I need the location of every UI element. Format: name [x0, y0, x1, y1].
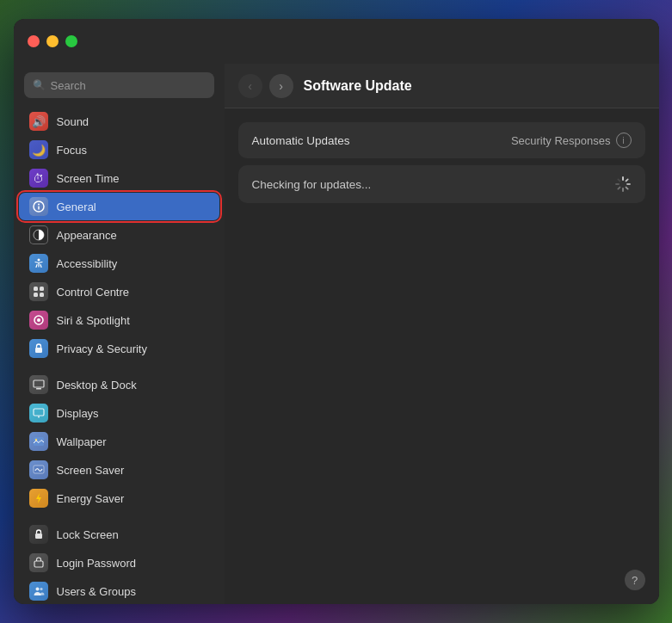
- main-header: ‹ › Software Update: [225, 64, 659, 108]
- sidebar-item-screen-saver[interactable]: Screen Saver: [19, 456, 219, 484]
- sidebar-label-sound: Sound: [57, 115, 89, 128]
- sidebar-item-siri[interactable]: Siri & Spotlight: [19, 306, 219, 334]
- sidebar: 🔍 Search 🔊 Sound 🌙 Focus ⏱ Scre: [14, 64, 225, 604]
- svg-rect-8: [40, 293, 44, 297]
- svg-point-22: [40, 588, 42, 590]
- sidebar-item-general[interactable]: General: [19, 193, 219, 220]
- sidebar-label-screentime: Screen Time: [57, 172, 120, 185]
- svg-line-26: [626, 188, 627, 189]
- traffic-lights: [28, 35, 77, 47]
- svg-rect-14: [34, 409, 44, 416]
- automatic-updates-section: Automatic Updates Security Responses i: [238, 122, 645, 158]
- sidebar-label-desktop-dock: Desktop & Dock: [57, 379, 137, 392]
- sidebar-item-login-password[interactable]: Login Password: [19, 549, 219, 577]
- svg-rect-11: [35, 348, 42, 353]
- sidebar-item-sound[interactable]: 🔊 Sound: [19, 108, 219, 135]
- back-arrow-icon: ‹: [248, 79, 252, 93]
- svg-rect-20: [34, 561, 43, 567]
- minimize-button[interactable]: [46, 35, 59, 47]
- sidebar-label-wallpaper: Wallpaper: [57, 435, 107, 448]
- sidebar-item-control-centre[interactable]: Control Centre: [19, 278, 219, 305]
- svg-line-30: [618, 179, 620, 181]
- sidebar-label-focus: Focus: [57, 144, 87, 157]
- wallpaper-icon: [29, 432, 48, 451]
- system-preferences-window: 🔍 Search 🔊 Sound 🌙 Focus ⏱ Scre: [14, 19, 659, 604]
- search-placeholder: Search: [51, 79, 86, 92]
- nav-back-button[interactable]: ‹: [238, 74, 262, 98]
- privacy-icon: [29, 339, 48, 358]
- search-container: 🔍 Search: [14, 64, 225, 105]
- automatic-updates-label: Automatic Updates: [252, 134, 350, 147]
- sidebar-label-siri: Siri & Spotlight: [57, 314, 130, 327]
- security-responses-label: Security Responses: [511, 134, 611, 147]
- sidebar-item-privacy[interactable]: Privacy & Security: [19, 335, 219, 362]
- svg-rect-7: [34, 293, 38, 297]
- sidebar-label-displays: Displays: [57, 407, 99, 420]
- desktop-dock-icon: [29, 375, 48, 394]
- sidebar-item-focus[interactable]: 🌙 Focus: [19, 136, 219, 163]
- svg-point-17: [34, 439, 36, 441]
- svg-point-4: [37, 259, 40, 262]
- svg-point-21: [35, 588, 39, 591]
- svg-rect-13: [36, 388, 41, 390]
- main-content: ‹ › Software Update Automatic Updates Se…: [225, 64, 659, 604]
- focus-icon: 🌙: [29, 140, 48, 159]
- help-button[interactable]: ?: [625, 570, 645, 590]
- svg-line-24: [626, 179, 627, 181]
- search-box[interactable]: 🔍 Search: [24, 72, 214, 98]
- appearance-icon: [29, 225, 48, 244]
- checking-row: Checking for updates... .sl1 { opacity: …: [238, 165, 645, 203]
- main-title: Software Update: [304, 78, 412, 94]
- sidebar-label-energy-saver: Energy Saver: [57, 492, 125, 505]
- svg-point-15: [38, 416, 40, 418]
- info-icon[interactable]: i: [616, 133, 632, 148]
- general-icon: [29, 197, 48, 216]
- sidebar-item-screentime[interactable]: ⏱ Screen Time: [19, 164, 219, 192]
- maximize-button[interactable]: [65, 35, 77, 47]
- main-body: Automatic Updates Security Responses i C…: [225, 108, 659, 604]
- svg-rect-6: [40, 287, 44, 291]
- users-groups-icon: [29, 582, 48, 601]
- sidebar-label-users-groups: Users & Groups: [57, 585, 136, 598]
- close-button[interactable]: [28, 35, 40, 47]
- sidebar-item-users-groups[interactable]: Users & Groups: [19, 577, 219, 604]
- automatic-updates-row: Automatic Updates Security Responses i: [238, 122, 645, 158]
- nav-forward-button[interactable]: ›: [269, 74, 293, 98]
- security-responses-container: Security Responses i: [511, 133, 632, 148]
- siri-icon: [29, 311, 48, 330]
- checking-label: Checking for updates...: [252, 178, 372, 191]
- svg-point-1: [38, 204, 40, 206]
- energy-saver-icon: [29, 489, 48, 508]
- svg-point-10: [37, 318, 40, 322]
- sidebar-item-accessibility[interactable]: Accessibility: [19, 250, 219, 277]
- sidebar-label-login-password: Login Password: [57, 557, 137, 570]
- sidebar-item-displays[interactable]: Displays: [19, 399, 219, 427]
- login-password-icon: [29, 553, 48, 572]
- screensaver-icon: [29, 460, 48, 479]
- forward-arrow-icon: ›: [279, 79, 283, 93]
- search-icon: 🔍: [33, 79, 46, 91]
- sidebar-label-lock-screen: Lock Screen: [57, 528, 119, 541]
- sidebar-item-energy-saver[interactable]: Energy Saver: [19, 484, 219, 512]
- svg-rect-19: [35, 534, 42, 539]
- lock-screen-icon: [29, 525, 48, 544]
- control-centre-icon: [29, 282, 48, 301]
- sidebar-label-control-centre: Control Centre: [57, 286, 130, 299]
- svg-rect-5: [34, 287, 38, 291]
- sidebar-item-desktop-dock[interactable]: Desktop & Dock: [19, 371, 219, 398]
- svg-line-28: [618, 188, 620, 189]
- sidebar-label-accessibility: Accessibility: [57, 257, 118, 270]
- sidebar-item-lock-screen[interactable]: Lock Screen: [19, 521, 219, 548]
- help-icon: ?: [632, 574, 638, 587]
- svg-rect-2: [38, 207, 40, 210]
- sidebar-item-wallpaper[interactable]: Wallpaper: [19, 428, 219, 455]
- checking-updates-section: Checking for updates... .sl1 { opacity: …: [238, 165, 645, 203]
- sidebar-item-appearance[interactable]: Appearance: [19, 221, 219, 249]
- screentime-icon: ⏱: [29, 169, 48, 188]
- svg-rect-12: [34, 380, 44, 387]
- sidebar-label-screen-saver: Screen Saver: [57, 464, 125, 477]
- sidebar-list: 🔊 Sound 🌙 Focus ⏱ Screen Time: [14, 105, 225, 604]
- window-content: 🔍 Search 🔊 Sound 🌙 Focus ⏱ Scre: [14, 64, 659, 604]
- sidebar-label-privacy: Privacy & Security: [57, 342, 147, 355]
- sound-icon: 🔊: [29, 112, 48, 131]
